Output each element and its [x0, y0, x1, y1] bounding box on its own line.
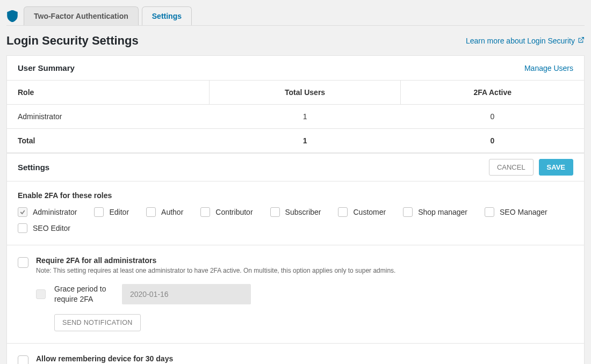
role-label: SEO Editor — [33, 224, 70, 232]
brand-logo-icon — [6, 10, 18, 22]
role-subscriber[interactable]: Subscriber — [270, 207, 321, 217]
checkbox[interactable] — [18, 207, 27, 217]
total-active: 0 — [401, 129, 584, 153]
col-role: Role — [7, 81, 209, 105]
manage-users-link[interactable]: Manage Users — [524, 64, 573, 72]
checkbox[interactable] — [200, 207, 210, 217]
tabs-row: Two-Factor Authentication Settings — [6, 6, 585, 25]
cell-active: 0 — [401, 105, 584, 129]
role-label: Editor — [109, 208, 129, 216]
role-label: Contributor — [215, 208, 253, 216]
role-author[interactable]: Author — [146, 207, 183, 217]
role-seo-editor[interactable]: SEO Editor — [18, 223, 70, 233]
role-label: Subscriber — [285, 208, 321, 216]
checkbox[interactable] — [338, 207, 348, 217]
total-users: 1 — [209, 129, 401, 153]
send-notification-button[interactable]: SEND NOTIFICATION — [54, 314, 141, 331]
remember-title: Allow remembering device for 30 days — [36, 354, 351, 363]
role-label: Shop manager — [418, 208, 467, 216]
checkbox[interactable] — [485, 207, 494, 217]
remember-device-checkbox[interactable] — [18, 355, 28, 364]
role-seo-manager[interactable]: SEO Manager — [485, 207, 547, 217]
require-admin-block: Require 2FA for all administrators Note:… — [7, 245, 584, 343]
role-contributor[interactable]: Contributor — [200, 207, 253, 217]
col-2fa-active: 2FA Active — [401, 81, 584, 105]
save-button[interactable]: SAVE — [539, 159, 573, 176]
require-admin-title: Require 2FA for all administrators — [36, 256, 395, 265]
checkbox[interactable] — [94, 207, 104, 217]
settings-panel: Settings CANCEL SAVE Enable 2FA for thes… — [6, 153, 585, 364]
user-summary-title: User Summary — [18, 63, 75, 72]
learn-more-link[interactable]: Learn more about Login Security — [466, 37, 585, 45]
role-shop-manager[interactable]: Shop manager — [403, 207, 467, 217]
role-label: Customer — [353, 208, 386, 216]
grace-date-input — [122, 284, 251, 304]
role-editor[interactable]: Editor — [94, 207, 129, 217]
tab-settings[interactable]: Settings — [142, 6, 192, 25]
grace-checkbox — [36, 289, 46, 299]
col-total-users: Total Users — [209, 81, 401, 105]
total-label: Total — [7, 129, 209, 153]
role-label: SEO Manager — [500, 208, 547, 216]
role-grid: Administrator Editor Author Contributor … — [18, 207, 573, 233]
external-link-icon — [578, 37, 585, 45]
cell-total: 1 — [209, 105, 401, 129]
settings-title: Settings — [18, 163, 49, 172]
role-label: Administrator — [33, 208, 77, 216]
tab-two-factor[interactable]: Two-Factor Authentication — [24, 6, 139, 25]
table-total-row: Total 1 0 — [7, 129, 584, 153]
user-summary-table: Role Total Users 2FA Active Administrato… — [7, 80, 584, 152]
checkbox[interactable] — [403, 207, 413, 217]
require-admin-checkbox[interactable] — [18, 257, 28, 268]
user-summary-panel: User Summary Manage Users Role Total Use… — [6, 55, 585, 153]
checkbox[interactable] — [18, 223, 27, 233]
checkbox[interactable] — [146, 207, 156, 217]
page-title: Login Security Settings — [6, 34, 139, 48]
remember-device-block: Allow remembering device for 30 days If … — [7, 343, 584, 364]
role-customer[interactable]: Customer — [338, 207, 386, 217]
table-row: Administrator 1 0 — [7, 105, 584, 129]
enable-roles-title: Enable 2FA for these roles — [18, 191, 573, 200]
cell-role: Administrator — [7, 105, 209, 129]
require-admin-note: Note: This setting requires at least one… — [36, 267, 395, 274]
role-label: Author — [161, 208, 183, 216]
role-administrator[interactable]: Administrator — [18, 207, 77, 217]
learn-more-label: Learn more about Login Security — [466, 37, 575, 45]
cancel-button[interactable]: CANCEL — [489, 159, 534, 176]
checkbox[interactable] — [270, 207, 280, 217]
grace-label: Grace period to require 2FA — [54, 284, 113, 304]
